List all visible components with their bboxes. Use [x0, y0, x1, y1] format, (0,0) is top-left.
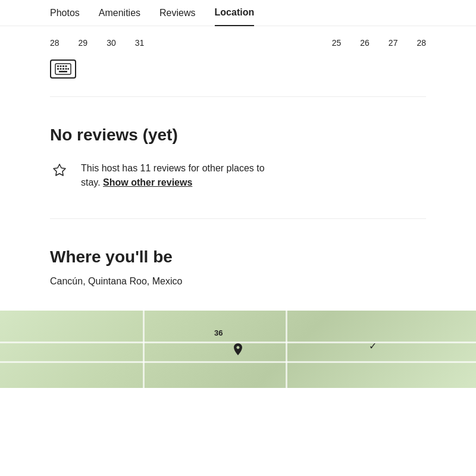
calendar-date-28b: 28 [416, 38, 426, 48]
svg-rect-6 [60, 68, 62, 70]
svg-rect-10 [59, 71, 67, 73]
svg-rect-7 [62, 68, 64, 70]
svg-rect-1 [57, 65, 59, 67]
svg-rect-2 [60, 65, 62, 67]
map-area[interactable]: 36 ✓ [0, 311, 476, 388]
nav-photos[interactable]: Photos [50, 1, 80, 26]
calendar-date-30: 30 [107, 38, 116, 48]
map-road-vertical-1 [143, 311, 145, 388]
location-section: Where you'll be Cancún, Quintana Roo, Me… [0, 219, 476, 311]
map-background: 36 ✓ [0, 311, 476, 388]
calendar-date-29: 29 [79, 38, 88, 48]
show-other-reviews-link[interactable]: Show other reviews [103, 177, 192, 187]
map-location-pin [231, 342, 245, 356]
calendar-date-25: 25 [332, 38, 342, 48]
top-navigation: Photos Amenities Reviews Location [0, 0, 476, 26]
svg-rect-8 [65, 68, 67, 70]
svg-rect-9 [68, 68, 70, 70]
location-title: Where you'll be [50, 248, 426, 267]
reviews-title: No reviews (yet) [50, 126, 426, 145]
reviews-host-text: This host has 11 reviews for other place… [81, 161, 265, 190]
calendar-date-31: 31 [135, 38, 145, 48]
location-subtitle: Cancún, Quintana Roo, Mexico [50, 276, 426, 287]
map-road-horizontal-2 [0, 361, 476, 363]
keyboard-area [0, 54, 476, 96]
map-number-badge: 36 [214, 328, 223, 337]
map-checkmark-1: ✓ [369, 340, 377, 352]
nav-amenities[interactable]: Amenities [99, 1, 140, 26]
star-icon [50, 162, 69, 181]
reviews-host-info: This host has 11 reviews for other place… [50, 161, 426, 190]
svg-rect-5 [57, 68, 59, 70]
calendar-right-dates: 25 26 27 28 [332, 38, 426, 48]
calendar-left-dates: 28 29 30 31 [50, 38, 144, 48]
reviews-section: No reviews (yet) This host has 11 review… [0, 97, 476, 218]
calendar-date-26: 26 [360, 38, 369, 48]
svg-rect-4 [65, 65, 67, 67]
nav-reviews[interactable]: Reviews [159, 1, 195, 26]
calendar-date-28: 28 [50, 38, 60, 48]
nav-location[interactable]: Location [215, 0, 255, 26]
map-road-vertical-2 [286, 311, 287, 388]
keyboard-svg [55, 63, 71, 75]
calendar-row: 28 29 30 31 25 26 27 28 [0, 26, 476, 54]
keyboard-icon[interactable] [50, 60, 76, 79]
calendar-date-27: 27 [389, 38, 398, 48]
svg-rect-3 [62, 65, 64, 67]
